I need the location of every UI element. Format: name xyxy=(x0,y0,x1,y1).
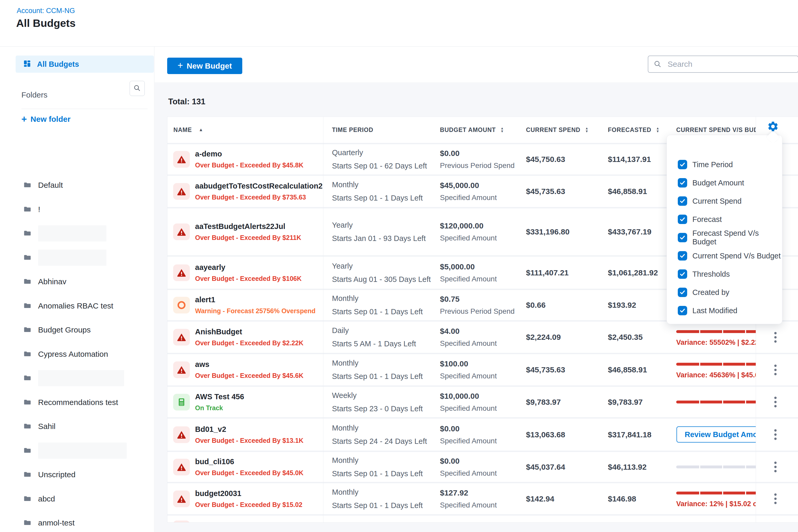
folder-item[interactable]: Budget Groups xyxy=(23,321,148,339)
row-actions-kebab-icon[interactable] xyxy=(769,354,782,385)
column-header-label: BUDGET AMOUNT xyxy=(440,127,496,134)
table-row[interactable]: bud_cli106Over Budget - Exceeded By $45.… xyxy=(167,451,798,482)
column-menu-item-label: Forecast xyxy=(692,215,722,224)
folder-name: Cypress Automation xyxy=(38,350,108,359)
checked-checkbox[interactable] xyxy=(678,306,687,315)
folder-icon xyxy=(23,470,32,479)
budget-name[interactable]: budget20031 xyxy=(195,489,302,498)
folder-icon xyxy=(23,253,32,262)
folder-item-redacted[interactable] xyxy=(23,249,148,267)
forecasted-cell: $433,767.19 xyxy=(608,208,651,255)
column-settings-gear-icon[interactable] xyxy=(767,120,779,132)
folder-item[interactable]: Default xyxy=(23,176,148,194)
new-folder-button[interactable]: + New folder xyxy=(21,112,71,126)
folder-item[interactable]: Anomalies RBAC test xyxy=(23,297,148,315)
folder-item[interactable]: abcd xyxy=(23,490,148,508)
column-menu-item[interactable]: Thresholds xyxy=(667,265,782,283)
total-count: Total: 131 xyxy=(168,97,205,107)
checked-checkbox[interactable] xyxy=(678,160,687,169)
column-header-label: CURRENT SPEND V/S BUDGET xyxy=(676,127,756,134)
search-input[interactable] xyxy=(648,56,798,73)
folder-item[interactable]: Sahil xyxy=(23,417,148,436)
row-actions-kebab-icon[interactable] xyxy=(769,322,782,353)
budget-amount-type: Specified Amount xyxy=(440,404,497,413)
column-header[interactable]: BUDGET AMOUNT▲▼ xyxy=(440,117,504,143)
table-row[interactable]: AnishBudgetOver Budget - Exceeded By $2.… xyxy=(167,320,798,353)
column-menu-item[interactable]: Forecast xyxy=(667,210,782,228)
column-menu-item[interactable]: Current Spend V/s Budget xyxy=(667,247,782,265)
warning-triangle-icon xyxy=(173,459,190,475)
column-menu-item[interactable]: Time Period xyxy=(667,155,782,174)
row-actions-kebab-icon[interactable] xyxy=(769,387,782,417)
row-actions-kebab-icon[interactable] xyxy=(769,452,782,482)
checked-checkbox[interactable] xyxy=(678,215,687,224)
budget-name[interactable]: aayearly xyxy=(195,263,302,272)
budget-name[interactable]: AWS Test 456 xyxy=(195,393,244,401)
budget-name-cell: aabudgetToTestCostRecalculation2Over Bud… xyxy=(195,176,323,207)
budget-amount-cell: $10,000.00Specified Amount xyxy=(440,387,497,417)
time-period-cell: MonthlyStarts Sep 24 - 24 Days Left xyxy=(332,419,427,451)
folder-item[interactable]: Abhinav xyxy=(23,272,148,291)
sidebar-item-all-budgets[interactable]: All Budgets xyxy=(16,56,154,73)
budget-name[interactable]: alert1 xyxy=(195,296,316,304)
budget-amount-type: Specified Amount xyxy=(440,501,497,509)
folder-item[interactable]: ! xyxy=(23,200,148,218)
checked-checkbox[interactable] xyxy=(678,178,687,188)
period-type: Monthly xyxy=(332,488,423,496)
table-row[interactable]: awsOver Budget - Exceeded By $45.6KMonth… xyxy=(167,353,798,385)
column-menu-item[interactable]: Last Modified xyxy=(667,302,782,320)
folder-item[interactable]: Recommendations test xyxy=(23,393,148,412)
folder-item[interactable]: anmol-test xyxy=(23,514,148,532)
column-header[interactable]: NAME▲ xyxy=(173,117,204,143)
new-budget-button[interactable]: + New Budget xyxy=(167,58,242,74)
budget-name-cell: awsOver Budget - Exceeded By $45.6K xyxy=(195,354,303,385)
folder-item[interactable]: Cypress Automation xyxy=(23,345,148,363)
folders-search-button[interactable] xyxy=(130,81,145,96)
redacted-folder-name xyxy=(38,225,107,242)
checked-checkbox[interactable] xyxy=(678,196,687,206)
period-type: Daily xyxy=(332,326,416,335)
column-header[interactable]: FORECASTED▲▼ xyxy=(608,117,660,143)
forecasted-cell: $146.98 xyxy=(608,483,636,514)
table-row[interactable]: AWS Test 456On TrackWeeklyStarts Sep 23 … xyxy=(167,385,798,417)
column-header-label: NAME xyxy=(173,127,192,134)
budget-name[interactable]: aabudgetToTestCostRecalculation2 xyxy=(195,182,323,190)
table-row[interactable]: Bd01_v2Over Budget - Exceeded By $13.1KM… xyxy=(167,417,798,451)
checked-checkbox[interactable] xyxy=(678,251,687,261)
checked-checkbox[interactable] xyxy=(678,269,687,279)
table-row[interactable]: budget20031Over Budget - Exceeded By $15… xyxy=(167,482,798,514)
budget-amount-cell: $45,000.00Specified Amount xyxy=(440,176,497,207)
budget-name[interactable]: aws xyxy=(195,360,303,369)
breadcrumb-account-link[interactable]: Account: CCM-NG xyxy=(17,7,75,15)
folder-item[interactable]: Unscripted xyxy=(23,466,148,484)
warning-triangle-icon xyxy=(173,520,190,522)
column-menu-item-label: Created by xyxy=(692,288,729,297)
row-actions-kebab-icon[interactable] xyxy=(769,483,782,514)
budget-amount-type: Specified Amount xyxy=(440,469,497,477)
checked-checkbox[interactable] xyxy=(678,233,687,242)
column-menu-item[interactable]: Created by xyxy=(667,283,782,302)
column-header: TIME PERIOD xyxy=(332,117,373,143)
folder-item-redacted[interactable] xyxy=(23,369,148,387)
budget-name-cell: a-demoOver Budget - Exceeded By $45.8K xyxy=(195,144,303,174)
column-menu-item[interactable]: Forecast Spend V/s Budget xyxy=(667,228,782,247)
column-menu-item[interactable]: Current Spend xyxy=(667,192,782,210)
folder-icon xyxy=(23,494,32,503)
budget-name[interactable]: aaTestBudgetAlerts22Jul xyxy=(195,222,301,231)
budget-name[interactable]: AnishBudget xyxy=(195,327,303,336)
folder-item-redacted[interactable] xyxy=(23,224,148,243)
folder-icon xyxy=(23,422,32,431)
review-budget-amount-button[interactable]: Review Budget Amou xyxy=(677,426,756,442)
current-spend-cell: $2,224.09 xyxy=(526,322,561,353)
column-menu-item[interactable]: Budget Amount xyxy=(667,174,782,192)
period-detail: Starts Sep 01 - 1 Days Left xyxy=(332,307,423,316)
folder-item-redacted[interactable] xyxy=(23,441,148,460)
column-header[interactable]: CURRENT SPEND▲▼ xyxy=(526,117,589,143)
budget-name[interactable]: a-demo xyxy=(195,150,303,158)
budget-name[interactable]: bud_cli106 xyxy=(195,457,303,466)
forecasted-cell: $317,841.18 xyxy=(608,419,651,451)
row-actions-kebab-icon[interactable] xyxy=(769,419,782,451)
search-icon xyxy=(133,84,141,93)
checked-checkbox[interactable] xyxy=(678,288,687,297)
budget-name[interactable]: Bd01_v2 xyxy=(195,425,303,434)
